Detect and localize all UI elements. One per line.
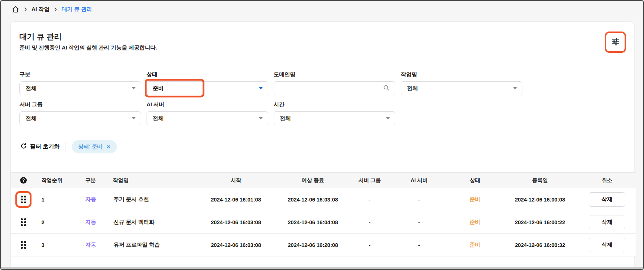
cell-ai-server: - [390,234,448,256]
cell-job-name: 신규 문서 벡터화 [108,211,196,234]
filter-field-domain: 도메인명 [274,71,395,95]
annotation-box-drag-handle [15,191,32,208]
cell-start: 2024-12-06 16:01:08 [196,188,276,211]
filter-field-time: 시간 전체 [274,101,395,125]
cell-ai-server: - [390,211,448,234]
reset-icon [20,143,27,151]
caret-down-icon [259,117,263,119]
breadcrumb-item-ai-jobs[interactable]: AI 작업 [32,6,49,13]
delete-button[interactable]: 삭제 [589,215,625,229]
cell-registered: 2024-12-06 16:00:08 [501,188,578,211]
filter-field-type: 구분 전체 [19,71,141,95]
domain-search-box [274,81,395,95]
breadcrumb-item-queue-management[interactable]: 대기 큐 관리 [62,6,92,13]
filter-actions: 필터 초기화 상태: 준비 × [20,140,634,153]
filter-label: AI 서버 [147,101,268,108]
cell-server-group: - [349,211,390,234]
status-select[interactable]: 준비 [147,81,268,95]
page-title: 대기 큐 관리 [19,32,157,42]
col-header-order: 작업순위 [36,173,80,188]
filter-field-job-name: 작업명 전체 [401,71,522,95]
table-row: 1 자동 주기 문서 추천 2024-12-06 16:01:08 2024-1… [11,188,636,211]
col-header-status: 상태 [448,173,501,188]
annotation-box-settings [605,32,626,53]
cell-status: 준비 [448,234,501,256]
col-header-type: 구분 [80,173,108,188]
domain-search-input[interactable] [280,85,383,92]
cell-server-group: - [349,234,390,256]
filter-field-ai-server: AI 서버 전체 [147,101,268,125]
drag-handle-icon[interactable] [21,196,26,203]
reset-filters-label: 필터 초기화 [30,143,60,151]
search-icon[interactable] [383,84,390,93]
col-header-expected-end: 예상 종료 [276,173,349,188]
delete-button[interactable]: 삭제 [589,192,625,207]
filter-field-status: 상태 준비 [147,71,268,95]
cell-expected-end: 2024-12-06 16:04:08 [276,211,349,234]
filter-label: 상태 [147,71,268,78]
divider [66,142,66,151]
type-select[interactable]: 전체 [19,81,141,95]
main-card: 대기 큐 관리 준비 및 진행중인 AI 작업의 실행 관리 기능을 제공합니다… [10,21,634,269]
col-header-job-name: 작업명 [108,173,196,188]
queue-table-wrap: ? 작업순위 구분 작업명 시작 예상 종료 서버 그룹 AI 서버 상태 등록… [11,172,634,256]
caret-down-icon [132,87,136,89]
filter-label: 구분 [19,71,141,78]
app-window: AI 작업 대기 큐 관리 대기 큐 관리 준비 및 진행중인 AI 작업의 실… [0,0,644,270]
caret-down-icon [386,117,390,119]
breadcrumb: AI 작업 대기 큐 관리 [1,1,643,14]
cell-status: 준비 [448,188,501,211]
table-row: 2 자동 신규 문서 벡터화 2024-12-06 16:03:08 2024-… [11,211,636,234]
close-icon[interactable]: × [107,144,110,150]
queue-table: ? 작업순위 구분 작업명 시작 예상 종료 서버 그룹 AI 서버 상태 등록… [11,172,636,256]
cell-status: 준비 [448,211,501,234]
caret-down-icon [132,117,136,119]
col-header-start: 시작 [196,173,276,188]
cell-registered: 2024-12-06 16:00:32 [501,234,578,256]
cell-ai-server: - [390,188,448,211]
cell-expected-end: 2024-12-06 16:03:08 [276,188,349,211]
reset-filters-button[interactable]: 필터 초기화 [20,143,60,151]
cell-type: 자동 [80,211,108,234]
horizontal-scrollbar[interactable] [1,267,643,269]
server-group-select[interactable]: 전체 [19,111,141,125]
chevron-right-icon [23,7,28,12]
col-header-ai-server: AI 서버 [390,173,448,188]
col-header-registered: 등록일 [501,173,578,188]
cell-job-name: 주기 문서 추천 [108,188,196,211]
filter-label: 서버 그룹 [19,101,141,108]
caret-down-icon [513,87,517,89]
page-subtitle: 준비 및 진행중인 AI 작업의 실행 관리 기능을 제공합니다. [19,44,157,51]
cell-job-name: 유저 프로파일 학습 [108,234,196,256]
cell-order: 1 [36,188,80,211]
cell-order: 3 [36,234,80,256]
col-header-cancel: 취소 [578,173,636,188]
ai-server-select[interactable]: 전체 [147,111,268,125]
time-select[interactable]: 전체 [274,111,395,125]
active-filter-chip[interactable]: 상태: 준비 × [72,140,117,153]
cell-start: 2024-12-06 16:03:08 [196,234,276,256]
filter-panel: 구분 전체 상태 준비 도 [19,71,634,125]
cell-expected-end: 2024-12-06 16:20:08 [276,234,349,256]
sliders-icon [611,37,620,48]
question-icon[interactable]: ? [20,177,27,184]
job-name-select[interactable]: 전체 [401,81,522,95]
col-header-server-group: 서버 그룹 [349,173,390,188]
delete-button[interactable]: 삭제 [589,238,625,252]
chip-label: 상태: 준비 [78,143,103,150]
table-header-row: ? 작업순위 구분 작업명 시작 예상 종료 서버 그룹 AI 서버 상태 등록… [11,173,636,188]
home-icon[interactable] [12,5,19,13]
filter-label: 도메인명 [274,71,395,78]
caret-down-icon [259,87,263,89]
filter-field-server-group: 서버 그룹 전체 [19,101,141,125]
cell-type: 자동 [80,234,108,256]
table-row: 3 자동 유저 프로파일 학습 2024-12-06 16:03:08 2024… [11,234,636,256]
cell-start: 2024-12-06 16:03:08 [196,211,276,234]
cell-server-group: - [349,188,390,211]
column-settings-button[interactable] [607,34,623,50]
cell-registered: 2024-12-06 16:00:22 [501,211,578,234]
filter-label: 시간 [274,101,395,108]
drag-handle-icon[interactable] [21,241,26,249]
drag-handle-icon[interactable] [21,218,26,226]
filter-label: 작업명 [401,71,522,78]
